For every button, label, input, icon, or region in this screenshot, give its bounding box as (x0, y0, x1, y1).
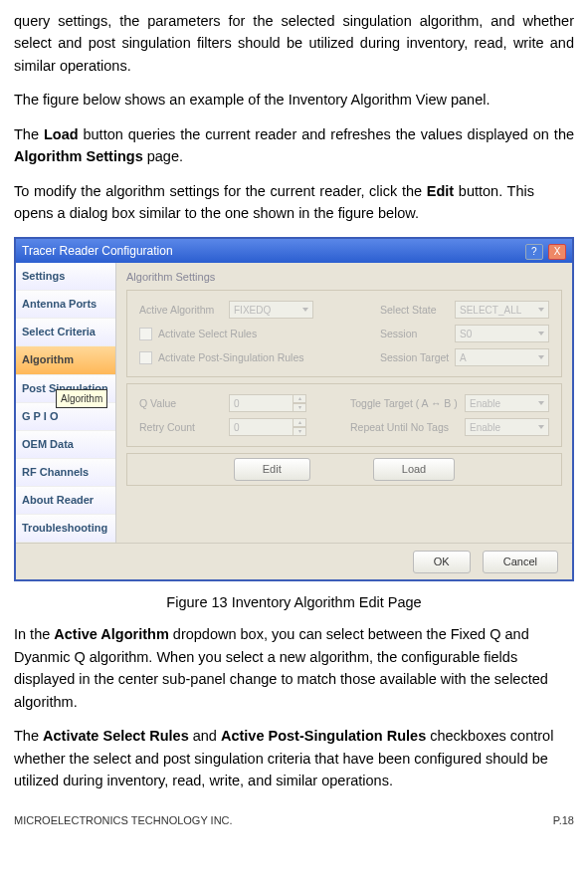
text: page. (143, 148, 183, 164)
text: The (14, 728, 43, 744)
sidebar-item-about[interactable]: About Reader (16, 487, 115, 515)
repeat-until-label: Repeat Until No Tags (350, 419, 465, 435)
toggle-target-label: Toggle Target ( A ↔ B ) (350, 395, 465, 411)
cancel-button[interactable]: Cancel (483, 551, 558, 573)
toggle-target-dropdown[interactable]: Enable (465, 394, 549, 412)
edit-ref: Edit (427, 183, 454, 199)
section-heading: Algorithm Settings (126, 269, 562, 286)
ok-button[interactable]: OK (413, 551, 471, 573)
text: To modify the algorithm settings for the… (14, 183, 427, 199)
sidebar: Settings Antenna Ports Select Criteria A… (16, 263, 116, 542)
body-paragraph: The Load button queries the current read… (14, 123, 574, 168)
qvalue-label: Q Value (139, 395, 229, 411)
body-paragraph: query settings, the parameters for the s… (14, 10, 574, 77)
sidebar-item-settings[interactable]: Settings (16, 263, 115, 291)
session-target-label: Session Target (380, 349, 455, 365)
window-titlebar: Tracer Reader Configuration ? X (16, 239, 572, 264)
body-paragraph: The figure below shows an example of the… (14, 89, 574, 111)
activate-post-singulation-label: Activate Post-Singulation Rules (158, 349, 304, 365)
active-algorithm-ref: Active Algorithm (54, 626, 168, 642)
edit-button[interactable]: Edit (234, 458, 310, 481)
algsettings-ref: Algorithm Settings (14, 148, 143, 164)
text: button queries the current reader and re… (79, 126, 574, 142)
sidebar-item-rf[interactable]: RF Channels (16, 459, 115, 487)
close-icon[interactable]: X (548, 244, 566, 260)
body-paragraph: To modify the algorithm settings for the… (14, 180, 574, 225)
text: In the (14, 626, 54, 642)
sidebar-item-oem[interactable]: OEM Data (16, 431, 115, 459)
footer-company: MICROELECTRONICS TECHNOLOGY INC. (14, 812, 233, 829)
footer-page: P.18 (553, 812, 574, 829)
retry-count-input[interactable]: 0 (229, 418, 294, 436)
tooltip: Algorithm (56, 389, 107, 409)
sidebar-item-post-singulation[interactable]: Post SingulationAlgorithm (16, 375, 115, 403)
retry-count-label: Retry Count (139, 419, 229, 435)
session-label: Session (380, 326, 455, 341)
select-state-dropdown[interactable]: SELECT_ALL (455, 301, 549, 319)
active-algorithm-dropdown[interactable]: FIXEDQ (229, 301, 313, 319)
body-paragraph: The Activate Select Rules and Active Pos… (14, 725, 574, 791)
activate-post-singulation-checkbox[interactable] (139, 351, 152, 364)
activate-select-rules-label: Activate Select Rules (158, 326, 257, 341)
load-button[interactable]: Load (373, 458, 455, 481)
repeat-until-dropdown[interactable]: Enable (465, 418, 549, 436)
sidebar-item-algorithm[interactable]: Algorithm (16, 346, 115, 374)
help-icon[interactable]: ? (525, 244, 543, 260)
window-title: Tracer Reader Configuration (22, 242, 173, 261)
retry-spinner[interactable]: ▴▾ (293, 418, 306, 436)
session-dropdown[interactable]: S0 (455, 325, 549, 342)
text: and (189, 728, 221, 744)
select-state-label: Select State (380, 302, 455, 318)
screenshot-figure: Tracer Reader Configuration ? X Settings… (14, 237, 574, 581)
qvalue-spinner[interactable]: ▴▾ (293, 394, 306, 412)
active-algorithm-label: Active Algorithm (139, 302, 229, 318)
body-paragraph: In the Active Algorithm dropdown box, yo… (14, 623, 574, 713)
text: The (14, 126, 44, 142)
qvalue-input[interactable]: 0 (229, 394, 294, 412)
page-footer: MICROELECTRONICS TECHNOLOGY INC. P.18 (14, 812, 574, 829)
session-target-dropdown[interactable]: A (455, 348, 549, 366)
load-ref: Load (44, 126, 79, 142)
figure-caption: Figure 13 Inventory Algorithm Edit Page (14, 591, 574, 613)
active-post-singulation-ref: Active Post-Singulation Rules (221, 728, 426, 744)
sidebar-item-antenna[interactable]: Antenna Ports (16, 291, 115, 319)
activate-select-rules-checkbox[interactable] (139, 328, 152, 340)
sidebar-item-troubleshooting[interactable]: Troubleshooting (16, 515, 115, 543)
activate-select-ref: Activate Select Rules (43, 728, 189, 744)
sidebar-item-select-criteria[interactable]: Select Criteria (16, 319, 115, 346)
